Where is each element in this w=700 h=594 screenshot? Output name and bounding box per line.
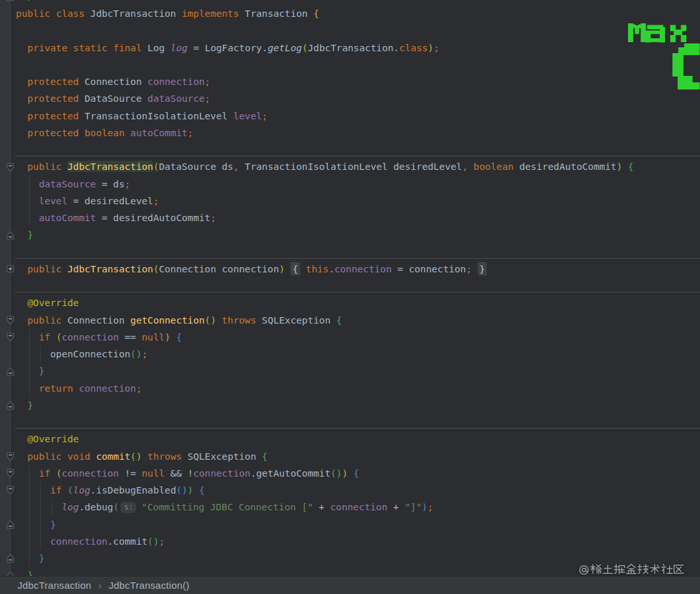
- fold-marker-plus-icon[interactable]: [6, 264, 15, 274]
- code-token: (): [148, 536, 159, 547]
- code-line-0[interactable]: */: [0, 0, 700, 5]
- code-token: [108, 42, 113, 53]
- code-token: ;: [136, 383, 142, 394]
- code-line-8[interactable]: protected boolean autoCommit;: [0, 125, 700, 141]
- method-separator-line: [16, 428, 700, 429]
- code-token: desiredAutoCommit: [513, 161, 616, 172]
- code-line-33[interactable]: }: [0, 550, 700, 567]
- code-token: [16, 519, 51, 530]
- code-line-1[interactable]: public class JdbcTransaction implements …: [0, 5, 700, 22]
- code-line-13[interactable]: autoCommit = desiredAutoCommit;: [0, 209, 700, 226]
- code-token: {: [176, 331, 182, 342]
- method-separator-line: [16, 156, 700, 156]
- fold-marker-up-icon[interactable]: [6, 519, 15, 530]
- code-token: [16, 93, 28, 104]
- code-token: boolean: [85, 127, 125, 138]
- code-token: [16, 536, 51, 547]
- code-token: [16, 76, 28, 87]
- code-token: [16, 178, 39, 189]
- code-token: }: [39, 552, 45, 564]
- code-token: ;: [124, 178, 130, 189]
- code-token: [85, 8, 91, 19]
- identifier-under-caret-highlight[interactable]: JdbcTransaction: [67, 161, 153, 172]
- code-line-2[interactable]: [0, 22, 700, 39]
- code-line-4[interactable]: [0, 56, 700, 73]
- code-token: [16, 365, 39, 376]
- code-line-31[interactable]: }: [0, 516, 700, 533]
- code-token: [16, 348, 51, 359]
- code-line-7[interactable]: protected TransactionIsolationLevel leve…: [0, 108, 700, 125]
- code-line-26[interactable]: @Override: [0, 431, 700, 447]
- code-token: [16, 297, 28, 308]
- code-line-20[interactable]: if (connection == null) {: [0, 329, 700, 346]
- code-token: dataSource: [39, 178, 96, 189]
- fold-marker-down-icon[interactable]: [6, 332, 15, 342]
- fold-marker-down-icon[interactable]: [6, 451, 15, 462]
- code-token: autoCommit: [130, 127, 187, 138]
- code-token: connection: [51, 536, 108, 547]
- fold-marker-up-icon[interactable]: [6, 230, 15, 241]
- code-token: this: [306, 263, 329, 274]
- code-line-3[interactable]: private static final Log log = LogFactor…: [0, 40, 700, 56]
- fold-marker-down-icon[interactable]: [6, 162, 15, 172]
- folded-region-placeholder[interactable]: {: [290, 262, 300, 276]
- code-line-32[interactable]: connection.commit();: [0, 533, 700, 550]
- code-token: {: [336, 315, 342, 326]
- fold-marker-up-icon[interactable]: [6, 553, 15, 564]
- code-token: (): [205, 315, 216, 326]
- code-token: = desiredLevel: [67, 195, 153, 206]
- code-line-27[interactable]: public void commit() throws SQLException…: [0, 448, 700, 465]
- code-token: if: [51, 484, 62, 495]
- code-token: level: [39, 195, 67, 206]
- code-line-22[interactable]: }: [0, 362, 700, 379]
- fold-marker-up-icon[interactable]: [6, 0, 15, 2]
- code-token: class: [56, 8, 84, 19]
- code-token: level: [233, 110, 262, 121]
- code-line-19[interactable]: public Connection getConnection() throws…: [0, 312, 700, 329]
- code-token: [62, 451, 67, 462]
- code-line-10[interactable]: public JdbcTransaction(DataSource ds, Tr…: [0, 158, 700, 175]
- code-token: [16, 229, 28, 240]
- code-line-23[interactable]: return connection;: [0, 380, 700, 397]
- code-line-24[interactable]: }: [0, 397, 700, 414]
- fold-marker-up-icon[interactable]: [6, 400, 15, 410]
- code-token: if: [39, 331, 51, 342]
- code-token: {: [262, 451, 268, 462]
- code-line-11[interactable]: dataSource = ds;: [0, 176, 700, 193]
- code-token: (): [331, 468, 342, 479]
- fold-marker-down-icon[interactable]: [6, 468, 15, 479]
- breadcrumb-method[interactable]: JdbcTransaction(): [109, 580, 190, 591]
- code-line-28[interactable]: if (connection != null && !connection.ge…: [0, 465, 700, 482]
- code-token: protected: [27, 127, 78, 138]
- code-line-16[interactable]: public JdbcTransaction(Connection connec…: [0, 261, 700, 278]
- code-line-5[interactable]: protected Connection connection;: [0, 73, 700, 90]
- code-token: Connection: [79, 76, 148, 87]
- code-token: autoCommit: [39, 212, 96, 223]
- code-token: connection: [79, 383, 136, 394]
- code-line-14[interactable]: }: [0, 226, 700, 243]
- code-token: = connection: [391, 263, 466, 274]
- code-token: {: [313, 8, 319, 19]
- code-token: ): [422, 501, 428, 512]
- code-line-12[interactable]: level = desiredLevel;: [0, 193, 700, 209]
- code-token: [16, 195, 39, 206]
- breadcrumb-class[interactable]: JdbcTransaction: [18, 580, 91, 591]
- code-line-18[interactable]: @Override: [0, 294, 700, 311]
- code-token: {: [353, 468, 359, 479]
- code-token: (): [130, 348, 142, 359]
- fold-marker-up-icon[interactable]: [6, 366, 15, 377]
- code-line-6[interactable]: protected DataSource dataSource;: [0, 90, 700, 107]
- code-line-30[interactable]: log.debug(s:"Committing JDBC Connection …: [0, 499, 700, 516]
- code-token: throws: [148, 451, 182, 462]
- folded-region-placeholder[interactable]: }: [478, 262, 487, 276]
- code-token: class: [399, 42, 428, 53]
- fold-marker-down-icon[interactable]: [6, 315, 15, 326]
- code-token: ,: [233, 161, 239, 172]
- code-line-29[interactable]: if (log.isDebugEnabled()) {: [0, 482, 700, 499]
- fold-marker-down-icon[interactable]: [6, 485, 15, 495]
- code-token: @Override: [27, 433, 78, 444]
- code-line-21[interactable]: openConnection();: [0, 346, 700, 362]
- code-token: log: [62, 501, 78, 512]
- code-token: @Override: [27, 297, 78, 308]
- code-token: DataSource: [79, 93, 148, 104]
